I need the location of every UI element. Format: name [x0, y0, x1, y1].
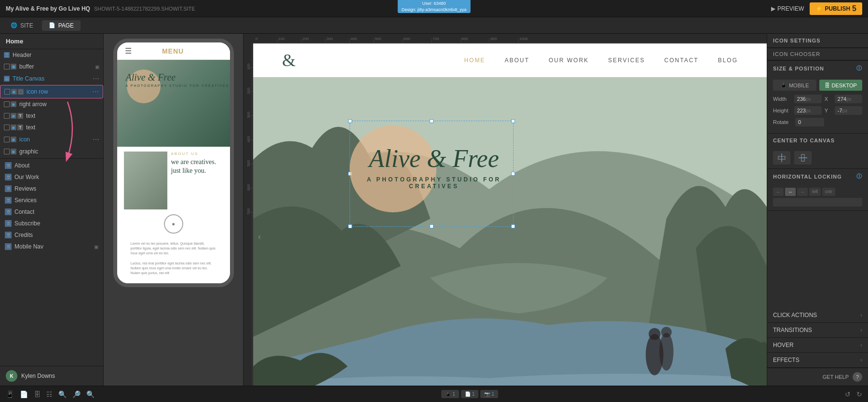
sidebar-item-right-arrow[interactable]: ▣ right arrow	[0, 98, 103, 110]
lock-left2-btn[interactable]: left	[809, 188, 821, 196]
publish-button[interactable]: ⚡ PUBLISH 5	[810, 2, 862, 15]
user-name: Kylen Downs	[21, 373, 55, 379]
sidebar-item-title-canvas[interactable]: ▤ Title Canvas ⋯	[0, 72, 103, 85]
desktop-icon[interactable]: 🗄	[34, 390, 41, 398]
lock-left-btn[interactable]: ←	[773, 188, 784, 196]
preview-button[interactable]: ▶ PREVIEW	[771, 5, 804, 12]
page-icon-sm: ☰	[4, 52, 10, 58]
width-input[interactable]: 236 px	[794, 95, 822, 103]
more-icon[interactable]: ⋯	[93, 75, 99, 83]
nav-our-work[interactable]: OUR WORK	[549, 57, 589, 64]
page-item-reviews[interactable]: ☰ Reviews	[0, 183, 103, 194]
nav-services[interactable]: SERVICES	[608, 57, 645, 64]
tab-page[interactable]: 📄 PAGE	[42, 20, 81, 31]
item-label: buffer	[19, 63, 93, 70]
sidebar-item-buffer[interactable]: ▣ buffer ▣	[0, 61, 103, 72]
page-item-about[interactable]: ☰ About	[0, 160, 103, 171]
nav-home[interactable]: HOME	[464, 57, 485, 64]
page-icon: ☰	[5, 185, 12, 192]
size-position-content: 📱 MOBILE 🗄 DESKTOP Width 236 px X	[767, 76, 868, 133]
mobile-size-btn[interactable]: 📱 1	[441, 390, 459, 398]
phone-hero-text: Alive & Free A PHOTOGRAPHY STUDIO FOR CR…	[126, 72, 230, 87]
zoom-in-icon[interactable]: 🔍	[86, 390, 95, 398]
monitor-icon: ▣	[11, 101, 16, 107]
hover-arrow: ›	[860, 342, 862, 348]
monitor-icon: ▣	[11, 89, 17, 95]
desktop-sm-icon: 📷	[484, 391, 490, 397]
center-horizontal-btn[interactable]	[773, 151, 790, 165]
zoom-out-icon[interactable]: 🔍	[58, 390, 67, 398]
item-icons: ▣	[4, 149, 16, 154]
hover-row[interactable]: HOVER ›	[767, 338, 868, 353]
height-input[interactable]: 223 px	[794, 106, 822, 115]
checkbox-icon	[4, 64, 10, 69]
sidebar-item-text2[interactable]: ▣ T text	[0, 122, 103, 133]
h-lock-header[interactable]: HORIZONTAL LOCKING ⓘ	[767, 169, 868, 184]
desktop-size-btn[interactable]: 📷 1	[480, 390, 498, 398]
transitions-label: TRANSITIONS	[773, 327, 812, 333]
sidebar-items: ☰ Header ▣ buffer ▣ ▤ Title Canvas ⋯	[0, 49, 103, 366]
more-icon[interactable]: ⋯	[92, 88, 99, 96]
more-icon[interactable]: ⋯	[93, 136, 99, 143]
effects-row[interactable]: EFFECTS ›	[767, 353, 868, 368]
canvas-area: 0 100 200 300 400 500 600 700 80	[244, 34, 767, 386]
lock-stretch-btn[interactable]	[773, 198, 862, 207]
grid-icon[interactable]: ☷	[46, 390, 53, 398]
page-item-services[interactable]: ☰ Services	[0, 194, 103, 206]
mobile-tab[interactable]: 📱 MOBILE	[773, 80, 816, 91]
page-item-contact[interactable]: ☰ Contact	[0, 206, 103, 218]
x-input[interactable]: 274 px	[835, 95, 862, 103]
zoom-reset-icon[interactable]: 🔎	[72, 390, 81, 398]
scroll-left-arrow[interactable]: ‹	[258, 232, 261, 242]
y-input[interactable]: -7 px	[835, 106, 862, 115]
circle-icon: ●	[172, 221, 175, 227]
right-panel: ICON SETTINGS ICON CHOOSER SIZE & POSITI…	[767, 34, 868, 386]
checkbox-icon	[4, 137, 10, 142]
sidebar-item-text1[interactable]: ▣ T text	[0, 110, 103, 122]
transitions-arrow: ›	[860, 327, 862, 333]
nav-blog[interactable]: BLOG	[718, 57, 738, 64]
sidebar-item-icon-row[interactable]: ▣ ◯ icon row ⋯	[0, 85, 103, 98]
tablet-icon[interactable]: 📄	[20, 390, 28, 398]
help-button[interactable]: ?	[853, 372, 862, 382]
item-label: Title Canvas	[13, 75, 91, 82]
lock-right-btn[interactable]: →	[797, 188, 808, 196]
item-icons: ▣ T	[4, 113, 23, 119]
icon-settings-header: ICON SETTINGS	[767, 34, 868, 48]
lock-center-btn[interactable]: ↔	[785, 188, 796, 196]
text-type-icon: T	[17, 113, 23, 119]
page-item-our-work[interactable]: ☰ Our Work	[0, 171, 103, 183]
redo-icon[interactable]: ↻	[856, 390, 862, 398]
click-actions-row[interactable]: CLICK ACTIONS ›	[767, 308, 868, 323]
tablet-size-badge: 1	[472, 391, 475, 397]
svg-text:500: 500	[375, 37, 381, 41]
desktop-tab[interactable]: 🗄 DESKTOP	[819, 80, 863, 91]
center-h-icon	[777, 153, 786, 162]
center-v-icon	[799, 153, 807, 162]
lock-center2-btn[interactable]: cntr	[822, 188, 835, 196]
phone-about-text: we are creatives. just like you.	[171, 158, 223, 175]
sidebar-item-icon[interactable]: ▣ icon ⋯	[0, 133, 103, 146]
page-item-credits[interactable]: ☰ Credits	[0, 229, 103, 241]
phone-icon[interactable]: 📱	[6, 390, 14, 398]
monitor-icon: ▣	[11, 137, 16, 142]
center-vertical-btn[interactable]	[794, 151, 812, 165]
transitions-row[interactable]: TRANSITIONS ›	[767, 323, 868, 338]
tablet-size-btn[interactable]: 📄 1	[461, 390, 479, 398]
size-position-header[interactable]: SIZE & POSITION ⓘ	[767, 61, 868, 76]
phone-circle-btn[interactable]: ●	[164, 214, 183, 234]
icon-chooser-row[interactable]: ICON CHOOSER	[767, 48, 868, 60]
page-item-subscribe[interactable]: ☰ Subscribe	[0, 218, 103, 229]
hamburger-icon: ☰	[125, 46, 132, 55]
undo-icon[interactable]: ↺	[845, 390, 851, 398]
nav-contact[interactable]: CONTACT	[665, 57, 699, 64]
tab-site[interactable]: 🌐 SITE	[4, 20, 40, 31]
rotate-input[interactable]: 0	[795, 118, 824, 126]
nav-about[interactable]: ABOUT	[504, 57, 529, 64]
page-icon: ☰	[5, 232, 12, 238]
canvas-viewport[interactable]: & HOME ABOUT OUR WORK SERVICES CONTACT B…	[253, 43, 767, 386]
desktop-icon: 🗄	[825, 83, 830, 88]
sidebar-item-graphic[interactable]: ▣ graphic	[0, 146, 103, 157]
page-item-mobile-nav[interactable]: ☰ Mobile Nav ▣	[0, 241, 103, 252]
sidebar-item-header[interactable]: ☰ Header	[0, 49, 103, 61]
